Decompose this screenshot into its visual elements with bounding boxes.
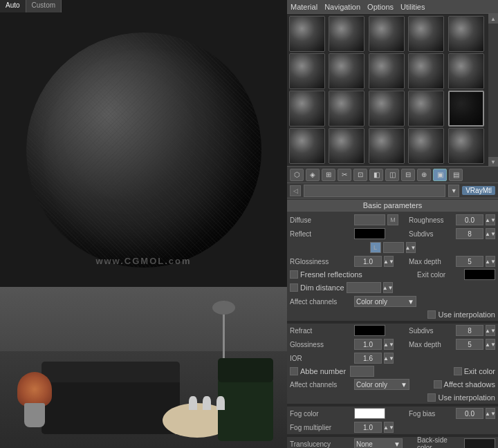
rglossiness-spin[interactable]: ▲▼ (384, 256, 394, 267)
tab-auto[interactable]: Auto (0, 0, 26, 12)
subdivs-value[interactable]: 8 (456, 228, 483, 239)
exit-color2-label: Exit color (464, 367, 495, 375)
params-area: Basic parameters Diffuse M Roughness 0.0… (287, 198, 498, 448)
thumbnail-16[interactable] (289, 128, 325, 164)
thumbnail-3[interactable] (369, 16, 405, 52)
thumbnail-5[interactable] (448, 16, 484, 52)
menu-utilities[interactable]: Utilities (400, 3, 425, 11)
fog-multiplier-spin[interactable]: ▲▼ (384, 422, 394, 433)
roughness-value[interactable]: 0.0 (456, 214, 483, 225)
fog-color-row: Fog color Fog bias 0.0 ▲▼ (287, 407, 498, 420)
abbe-label: Abbe number (300, 367, 346, 375)
fresnel-row: Fresnel reflections Exit color (287, 268, 498, 281)
toolbar-btn-7[interactable]: ◫ (385, 169, 399, 181)
thumbnail-6[interactable] (289, 53, 325, 89)
toolbar-btn-11[interactable]: ▤ (449, 169, 463, 181)
toolbar-btn-2[interactable]: ◈ (306, 169, 320, 181)
diffuse-swatch[interactable] (354, 214, 385, 225)
scroll-down-btn[interactable]: ▼ (488, 157, 498, 167)
dim-distance-value[interactable] (347, 282, 381, 293)
glossiness-spin[interactable]: ▲▼ (384, 339, 394, 350)
fresnel-checkbox[interactable] (290, 270, 298, 279)
chair (218, 379, 273, 441)
subdivs-spin[interactable]: ▲▼ (486, 228, 495, 239)
tab-custom[interactable]: Custom (26, 0, 62, 12)
rglossiness-value[interactable]: 1.0 (354, 256, 382, 267)
exit-color-swatch[interactable] (464, 269, 495, 280)
thumbnail-18[interactable] (369, 128, 405, 164)
toolbar-btn-8[interactable]: ⊟ (401, 169, 415, 181)
max-depth-value[interactable]: 5 (456, 256, 483, 267)
menu-options[interactable]: Options (367, 3, 394, 11)
toolbar-btn-6[interactable]: ◧ (369, 169, 383, 181)
toolbar-btn-active[interactable]: ▣ (433, 169, 447, 181)
refract-max-depth-value[interactable]: 5 (456, 339, 483, 350)
exit-color2-checkbox[interactable] (454, 367, 462, 375)
roughness-spin[interactable]: ▲▼ (486, 214, 495, 225)
thumbnail-14[interactable] (408, 91, 444, 127)
toolbar-btn-5[interactable]: ⊡ (353, 169, 367, 181)
thumbnail-2[interactable] (329, 16, 365, 52)
translucency-dropdown[interactable]: None ▼ (354, 438, 403, 448)
ior-value[interactable]: 1.6 (354, 353, 382, 364)
fog-bias-value[interactable]: 0.0 (456, 408, 483, 419)
use-interpolation-checkbox[interactable] (427, 310, 436, 319)
scroll-up-btn[interactable]: ▲ (488, 14, 498, 24)
fog-multiplier-value[interactable]: 1.0 (354, 422, 382, 433)
thumbnail-15-selected[interactable] (448, 91, 484, 127)
toolbar-btn-1[interactable]: ⬡ (290, 169, 304, 181)
affect-channels2-label: Affect channels (290, 381, 352, 389)
l-value[interactable] (383, 242, 404, 253)
fog-color-label: Fog color (290, 410, 352, 418)
arrow-left-btn[interactable]: ◁ (290, 185, 301, 196)
fog-bias-spin[interactable]: ▲▼ (486, 408, 495, 419)
dim-distance-checkbox[interactable] (290, 283, 298, 292)
abbe-checkbox[interactable] (290, 367, 298, 375)
toolbar-btn-9[interactable]: ⊕ (417, 169, 431, 181)
fog-multiplier-row: Fog multiplier 1.0 ▲▼ (287, 420, 498, 434)
max-depth-spin[interactable]: ▲▼ (486, 256, 495, 267)
affect-shadows-label: Affect shadows (444, 380, 495, 389)
use-interpolation2-checkbox[interactable] (427, 393, 436, 402)
back-side-color-swatch[interactable] (464, 438, 495, 448)
thumbnail-7[interactable] (329, 53, 365, 89)
viewport-bottom (0, 287, 287, 448)
thumbnail-17[interactable] (329, 128, 365, 164)
affect-channels2-dropdown[interactable]: Color only ▼ (354, 379, 409, 390)
menu-bar: Material Navigation Options Utilities (287, 0, 498, 14)
refract-max-depth-spin[interactable]: ▲▼ (486, 339, 495, 350)
glossiness-value[interactable]: 1.0 (354, 339, 382, 350)
abbe-value[interactable] (350, 366, 374, 377)
reflect-swatch[interactable] (354, 228, 385, 239)
refract-subdivs-value[interactable]: 8 (456, 325, 483, 336)
affect-shadows-checkbox[interactable] (434, 380, 442, 389)
affect-channels-dropdown[interactable]: Color only ▼ (354, 296, 416, 307)
thumbnail-20[interactable] (448, 128, 484, 164)
room-scene (0, 287, 287, 448)
dim-distance-spin[interactable]: ▲▼ (383, 282, 393, 293)
menu-material[interactable]: Material (290, 3, 317, 11)
thumbnail-1[interactable] (289, 16, 325, 52)
toolbar-btn-4[interactable]: ✂ (338, 169, 351, 181)
thumbnail-12[interactable] (329, 91, 365, 127)
refract-subdivs-spin[interactable]: ▲▼ (486, 325, 495, 336)
fog-color-swatch[interactable] (354, 408, 385, 419)
menu-navigation[interactable]: Navigation (324, 3, 360, 11)
l-spin[interactable]: ▲▼ (406, 242, 416, 253)
refract-swatch[interactable] (354, 325, 385, 336)
glossiness-label: Glossiness (290, 341, 352, 348)
thumbnail-10[interactable] (448, 53, 484, 89)
l-btn[interactable]: L (370, 242, 381, 253)
thumbnail-9[interactable] (408, 53, 444, 89)
name-dropdown-btn[interactable]: ▼ (448, 185, 459, 197)
thumbnail-4[interactable] (408, 16, 444, 52)
ior-spin[interactable]: ▲▼ (384, 353, 394, 364)
glossiness-row: Glossiness 1.0 ▲▼ Max depth 5 ▲▼ (287, 337, 498, 351)
thumbnail-11[interactable] (289, 91, 325, 127)
material-name-input[interactable]: vfm_v4_045_2 (304, 185, 445, 197)
thumbnail-19[interactable] (408, 128, 444, 164)
thumbnail-8[interactable] (369, 53, 405, 89)
thumbnail-13[interactable] (369, 91, 405, 127)
diffuse-m-btn[interactable]: M (387, 214, 398, 225)
toolbar-btn-3[interactable]: ⊞ (322, 169, 335, 181)
